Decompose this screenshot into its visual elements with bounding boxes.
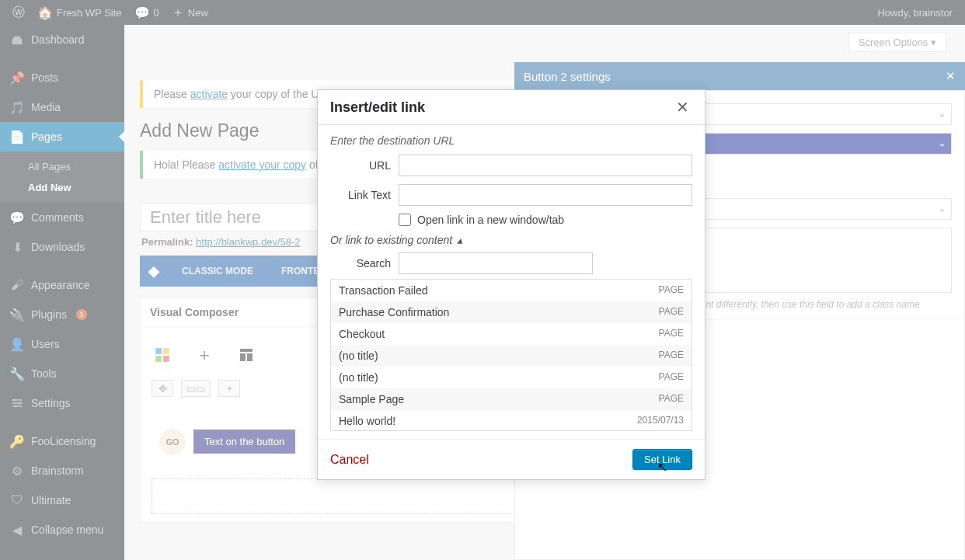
existing-content-toggle[interactable]: Or link to existing content▴ (330, 234, 692, 246)
result-item[interactable]: Purchase ConfirmationPAGE (331, 301, 692, 323)
result-title: Hello world! (339, 415, 395, 427)
result-meta: PAGE (659, 371, 684, 384)
result-meta: PAGE (659, 306, 684, 318)
search-label: Search (330, 257, 391, 270)
search-results[interactable]: Transaction FailedPAGEPurchase Confirmat… (330, 279, 692, 431)
insert-link-modal: Insert/edit link ✕ Enter the destination… (317, 89, 705, 480)
result-item[interactable]: (no title)PAGE (331, 367, 692, 388)
url-label: URL (330, 159, 391, 172)
modal-close-button[interactable]: ✕ (673, 98, 692, 117)
modal-title: Insert/edit link (330, 99, 425, 116)
url-input[interactable] (399, 155, 692, 176)
result-meta: PAGE (659, 284, 684, 297)
result-meta: PAGE (659, 350, 684, 362)
set-link-button[interactable]: Set Link (632, 449, 692, 470)
search-input[interactable] (399, 252, 593, 274)
result-item[interactable]: Hello world!2015/07/13 (331, 410, 692, 431)
result-title: Sample Page (339, 393, 404, 405)
cancel-button[interactable]: Cancel (330, 453, 369, 467)
link-text-input[interactable] (399, 184, 692, 206)
new-tab-label: Open link in a new window/tab (417, 214, 564, 226)
result-item[interactable]: (no title)PAGE (331, 345, 692, 367)
result-title: (no title) (339, 350, 378, 362)
result-item[interactable]: CheckoutPAGE (331, 323, 692, 345)
link-text-label: Link Text (330, 189, 391, 201)
result-meta: PAGE (659, 328, 684, 340)
result-meta: PAGE (659, 393, 684, 405)
result-title: (no title) (339, 371, 378, 384)
result-item[interactable]: Transaction FailedPAGE (331, 280, 692, 301)
result-title: Purchase Confirmation (339, 306, 449, 318)
result-title: Transaction Failed (339, 284, 428, 297)
modal-hint: Enter the destination URL (330, 134, 692, 147)
result-item[interactable]: Sample PagePAGE (331, 388, 692, 410)
result-title: Checkout (339, 328, 385, 340)
result-meta: 2015/07/13 (637, 415, 684, 427)
new-tab-checkbox[interactable] (399, 214, 411, 226)
caret-up-icon: ▴ (457, 234, 462, 246)
